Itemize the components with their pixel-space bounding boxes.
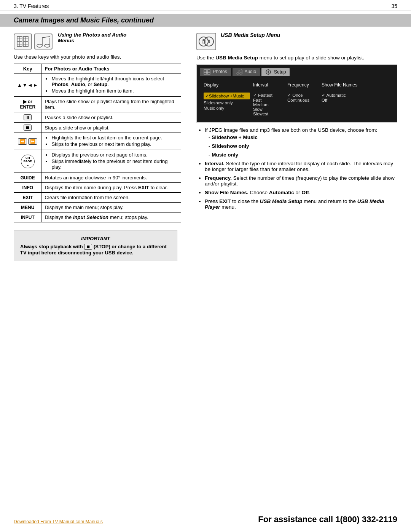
ch-page-symbol: CH PAGE ⌄ <box>21 155 35 168</box>
arrow-keys-symbol: ▲▼◄► <box>17 82 38 88</box>
svg-point-13 <box>45 44 50 47</box>
pause-symbol: ⏸ <box>24 114 32 120</box>
sub-list-1: Slideshow + Music Slideshow only Music o… <box>205 134 397 158</box>
intro-heading-line2: Menus <box>58 38 126 43</box>
intro-heading: Using the Photos and Audio Menus <box>58 32 126 43</box>
usb-title-wrapper: USB Media Setup Menu <box>221 32 280 39</box>
table-row: EXIT Clears file information from the sc… <box>14 193 181 203</box>
slideshow-music-option: ✓Slideshow +Music <box>204 93 250 99</box>
table-row: INFO Displays the item name during play.… <box>14 183 181 193</box>
table-row: ⏪ ⏩ Highlights the first or last item on… <box>14 133 181 150</box>
table-row: ▶ orENTER Plays the slide show or playli… <box>14 97 181 112</box>
svg-point-12 <box>37 44 42 47</box>
footer-link[interactable]: Downloaded From TV-Manual.com Manuals <box>14 519 103 524</box>
header-left: 3. TV Features <box>14 3 49 9</box>
section-title: Camera Images and Music Files, continued <box>0 14 411 27</box>
usb-setup-icon <box>196 33 216 50</box>
audio-tab: Audio <box>233 68 260 76</box>
table-row: ▲▼◄► Moves the highlight left/right thro… <box>14 74 181 97</box>
svg-point-33 <box>268 71 269 73</box>
key-cell: EXIT <box>14 193 41 203</box>
usb-intro-block: USB Media Setup Menu <box>196 32 397 50</box>
key-cell: INFO <box>14 183 41 193</box>
desc-cell: Displays the main menu; stops play. <box>41 203 181 212</box>
right-column: USB Media Setup Menu Use the USB Media S… <box>189 32 397 261</box>
svg-point-17 <box>199 37 208 46</box>
interval-options: ✓ Fastest Fast Medium Slow Slowest <box>252 92 286 117</box>
desc-cell: Moves the highlight left/right through i… <box>41 74 181 97</box>
display-header: Display <box>202 81 252 88</box>
frequency-header: Frequency <box>286 81 320 88</box>
usb-use-text: Use the USB Media Setup menu to set up p… <box>196 55 397 61</box>
bullet-item-1: If JPEG image files and mp3 files are bo… <box>205 127 397 158</box>
footer-help: For assistance call 1(800) 332-2119 <box>258 514 397 524</box>
key-cell: ⏸ <box>14 112 41 123</box>
setup-content: Display Interval Frequency Show File Nam… <box>200 79 394 119</box>
desc-cell: Clears file information from the screen. <box>41 193 181 203</box>
show-file-names-header: Show File Names <box>320 81 366 88</box>
bullet-item-2: Interval. Select the type of time interv… <box>205 161 397 172</box>
intro-heading-line1: Using the Photos and Audio <box>58 32 126 38</box>
slideshow-only-option: Slideshow only <box>204 101 250 105</box>
key-cell: ▶ orENTER <box>14 97 41 112</box>
desc-cell: Pauses a slide show or playlist. <box>41 112 181 123</box>
play-enter-symbol: ▶ orENTER <box>20 99 35 110</box>
bullet-item-4: Show File Names. Choose Automatic or Off… <box>205 190 397 195</box>
svg-rect-23 <box>204 70 207 72</box>
svg-point-28 <box>240 73 242 74</box>
forward-symbol: ⏩ <box>28 138 37 145</box>
col2-header: For Photos or Audio Tracks <box>41 64 181 74</box>
key-cell: ⏹ <box>14 123 41 133</box>
desc-cell: Plays the slide show or playlist startin… <box>41 97 181 112</box>
svg-line-31 <box>239 70 242 70</box>
key-cell: ⏪ ⏩ <box>14 133 41 150</box>
usb-setup-screen: Photos Audio <box>196 64 397 123</box>
bullet-item-3: Frequency. Select the number of times (f… <box>205 175 397 187</box>
important-box: IMPORTANT Always stop playback with ⏹ (S… <box>14 230 177 261</box>
setup-data-row: ✓Slideshow +Music Slideshow only Music o… <box>202 92 392 117</box>
table-row: ⏸ Pauses a slide show or playlist. <box>14 112 181 123</box>
photos-icon <box>14 34 32 50</box>
intro-icons <box>14 34 53 50</box>
right-bullet-list: If JPEG image files and mp3 files are bo… <box>196 127 397 210</box>
svg-line-16 <box>42 37 50 38</box>
setup-tab-active: Setup <box>261 68 290 76</box>
show-file-names-options: ✓ Automatic Off <box>320 92 366 117</box>
svg-point-27 <box>237 73 239 74</box>
key-cell: GUIDE <box>14 173 41 183</box>
guide-label: GUIDE <box>21 175 35 181</box>
page-footer: Downloaded From TV-Manual.com Manuals Fo… <box>0 514 411 524</box>
stop-btn-icon: ⏹ <box>84 244 92 250</box>
info-label: INFO <box>22 185 33 190</box>
rewind-symbol: ⏪ <box>18 138 27 145</box>
key-table: Key For Photos or Audio Tracks ▲▼◄► Move… <box>14 64 181 222</box>
col1-header: Key <box>14 64 41 74</box>
table-row: ⏹ Stops a slide show or playlist. <box>14 123 181 133</box>
intro-block: Using the Photos and Audio Menus <box>14 32 181 50</box>
content-area: Using the Photos and Audio Menus Use the… <box>0 32 411 261</box>
key-cell: ▲▼◄► <box>14 74 41 97</box>
desc-cell: Stops a slide show or playlist. <box>41 123 181 133</box>
table-row: CH PAGE ⌄ Displays the previous or next … <box>14 150 181 173</box>
desc-cell: Displays the item name during play. Pres… <box>41 183 181 193</box>
menu-label: MENU <box>21 205 34 210</box>
use-text: Use these keys with your photo and audio… <box>14 54 181 60</box>
audio-icon <box>34 34 53 50</box>
svg-rect-25 <box>207 70 210 72</box>
input-label: INPUT <box>21 215 35 220</box>
desc-cell: Rotates an image clockwise in 90° increm… <box>41 173 181 183</box>
usb-menu-title: USB Media Setup Menu <box>221 32 280 39</box>
key-cell: INPUT <box>14 212 41 222</box>
svg-point-20 <box>208 40 210 41</box>
music-only-option: Music only <box>204 106 250 110</box>
svg-rect-24 <box>204 72 207 74</box>
frequency-options: ✓ Once Continuous <box>286 92 320 117</box>
table-row: INPUT Displays the Input Selection menu;… <box>14 212 181 222</box>
table-row: GUIDE Rotates an image clockwise in 90° … <box>14 173 181 183</box>
desc-cell: Displays the Input Selection menu; stops… <box>41 212 181 222</box>
desc-cell: Highlights the first or last item on the… <box>41 133 181 150</box>
page-header: 3. TV Features 35 <box>0 0 411 11</box>
interval-header: Interval <box>252 81 286 88</box>
svg-rect-26 <box>207 72 210 74</box>
bullet-item-5: Press EXIT to close the USB Media Setup … <box>205 198 397 210</box>
